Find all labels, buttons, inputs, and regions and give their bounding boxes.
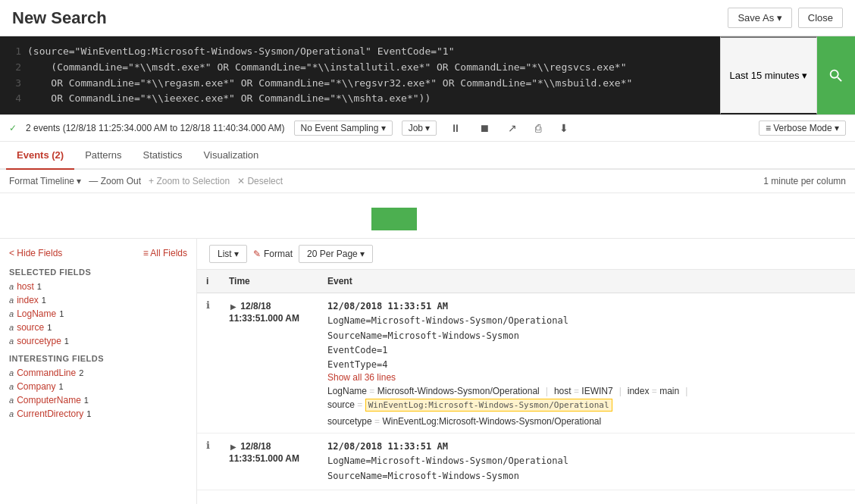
pause-button[interactable]: ⏸ — [446, 120, 465, 136]
field-type-icon: a — [9, 409, 14, 418]
field-type-icon: a — [9, 296, 14, 305]
search-button[interactable] — [817, 36, 855, 114]
format-button[interactable]: ✎ Format — [253, 249, 293, 259]
tab-patterns[interactable]: Patterns — [74, 142, 132, 170]
selected-field-sourcetype[interactable]: asourcetype1 — [0, 334, 196, 348]
stop-button[interactable]: ⏹ — [474, 120, 494, 136]
interesting-field-computername[interactable]: aComputerName1 — [0, 393, 196, 407]
table-row: ℹ ▶ 12/8/1811:33:51.000 AM 12/08/2018 11… — [197, 293, 855, 434]
col-header-time: Time — [220, 270, 318, 293]
sidebar-header: < Hide Fields ≡ All Fields — [0, 245, 196, 261]
search-area: 1(source="WinEventLog:Microsoft-Windows-… — [0, 36, 855, 115]
verbose-mode-button[interactable]: ≡ Verbose Mode ▾ — [759, 121, 846, 136]
format-timeline-button[interactable]: Format Timeline ▾ — [9, 176, 81, 186]
tab-bar: Events (2)PatternsStatisticsVisualizatio… — [0, 142, 855, 170]
query-editor[interactable]: 1(source="WinEventLog:Microsoft-Windows-… — [0, 36, 720, 114]
field-type-icon: a — [9, 282, 14, 291]
field-type-icon: a — [9, 382, 14, 391]
event-info-cell: ℹ — [197, 293, 220, 434]
interesting-field-commandline[interactable]: aCommandLine2 — [0, 366, 196, 380]
highlighted-field-value: WinEventLog:Microsoft-Windows-Sysmon/Ope… — [365, 399, 612, 412]
format-label: Format — [264, 249, 293, 259]
list-view-button[interactable]: List ▾ — [209, 245, 247, 263]
search-icon — [828, 67, 844, 84]
field-value: Microsoft-Windows-Sysmon/Operational — [377, 386, 540, 396]
field-count-badge: 1 — [59, 309, 64, 318]
interesting-fields-title: INTERESTING FIELDS — [0, 348, 196, 366]
close-button[interactable]: Close — [798, 8, 843, 28]
field-type-icon: a — [9, 309, 14, 318]
event-info-cell: ℹ — [197, 434, 220, 490]
event-fields-row2: source = WinEventLog:Microsoft-Windows-S… — [327, 399, 846, 427]
per-column-label: 1 minute per column — [763, 176, 846, 186]
line-number: 2 — [9, 60, 21, 76]
interesting-field-company[interactable]: aCompany1 — [0, 380, 196, 393]
field-name: source — [327, 399, 355, 410]
interesting-fields-list: aCommandLine2aCompany1aComputerName1aCur… — [0, 366, 196, 421]
field-pair: source = WinEventLog:Microsoft-Windows-S… — [327, 399, 612, 410]
tab-events----[interactable]: Events (2) — [6, 142, 74, 170]
sidebar: < Hide Fields ≡ All Fields SELECTED FIEL… — [0, 239, 197, 504]
show-all-lines-link[interactable]: Show all 36 lines — [327, 372, 396, 383]
field-name-label: index — [17, 295, 39, 305]
expand-event-button[interactable]: ▶ — [229, 440, 238, 453]
interesting-field-currentdirectory[interactable]: aCurrentDirectory1 — [0, 407, 196, 421]
field-value: IEWIN7 — [581, 386, 612, 396]
selected-field-source[interactable]: asource1 — [0, 321, 196, 334]
hide-fields-button[interactable]: < Hide Fields — [9, 248, 62, 258]
event-body-cell: 12/08/2018 11:33:51 AMLogName=Microsoft-… — [318, 293, 855, 434]
info-icon: ℹ — [206, 440, 210, 451]
format-icon: ✎ — [253, 249, 261, 259]
field-name-label: host — [17, 281, 34, 292]
field-count-badge: 1 — [58, 382, 63, 391]
page-title: New Search — [12, 8, 107, 28]
event-time-cell: ▶ 12/8/1811:33:51.000 AM — [220, 293, 318, 434]
per-page-button[interactable]: 20 Per Page ▾ — [299, 245, 373, 263]
send-button[interactable]: ↗ — [503, 120, 521, 136]
field-name: sourcetype — [327, 416, 372, 427]
job-button[interactable]: Job ▾ — [402, 121, 437, 136]
event-body-cell: 12/08/2018 11:33:51 AMLogName=Microsoft-… — [318, 434, 855, 490]
field-type-icon: a — [9, 396, 14, 405]
tab-statistics[interactable]: Statistics — [133, 142, 193, 170]
selected-fields-title: SELECTED FIELDS — [0, 261, 196, 280]
results-table: i Time Event ℹ ▶ 12/8/1811:33:51.000 AM … — [197, 270, 855, 490]
timeline-chart — [0, 193, 855, 239]
print-button[interactable]: ⎙ — [531, 120, 546, 136]
selected-field-logname[interactable]: aLogName1 — [0, 307, 196, 321]
line-number: 1 — [9, 44, 21, 60]
download-button[interactable]: ⬇ — [555, 120, 573, 136]
query-line-text: (source="WinEventLog:Microsoft-Windows-S… — [27, 44, 455, 60]
time-picker-button[interactable]: Last 15 minutes ▾ — [720, 36, 817, 114]
results-panel: List ▾ ✎ Format 20 Per Page ▾ i Time Eve… — [197, 239, 855, 504]
main-content: < Hide Fields ≡ All Fields SELECTED FIEL… — [0, 239, 855, 504]
tab-visualization[interactable]: Visualization — [193, 142, 270, 170]
field-name-label: Company — [17, 381, 55, 392]
query-line-text: (CommandLine="*\\msdt.exe*" OR CommandLi… — [27, 60, 627, 76]
zoom-out-button[interactable]: — Zoom Out — [89, 176, 141, 186]
field-name-label: CurrentDirectory — [17, 409, 83, 419]
selected-field-index[interactable]: aindex1 — [0, 293, 196, 307]
query-line-text: OR CommandLine="*\\regasm.exe*" OR Comma… — [27, 76, 632, 92]
expand-event-button[interactable]: ▶ — [229, 299, 238, 313]
field-pair: index = main — [628, 386, 679, 396]
col-header-info: i — [197, 270, 220, 293]
field-name-label: source — [17, 322, 44, 333]
status-check: ✓ — [9, 123, 17, 133]
col-header-event: Event — [318, 270, 855, 293]
sampling-button[interactable]: No Event Sampling ▾ — [294, 121, 393, 136]
table-row: ℹ ▶ 12/8/1811:33:51.000 AM 12/08/2018 11… — [197, 434, 855, 490]
header: New Search Save As ▾ Close — [0, 0, 855, 36]
info-icon: ℹ — [206, 299, 210, 311]
selected-fields-list: ahost1aindex1aLogName1asource1asourcetyp… — [0, 280, 196, 348]
field-count-badge: 1 — [64, 337, 69, 346]
save-as-button[interactable]: Save As ▾ — [728, 8, 791, 28]
field-pair: LogName = Microsoft-Windows-Sysmon/Opera… — [327, 386, 540, 396]
field-type-icon: a — [9, 337, 14, 346]
selected-field-host[interactable]: ahost1 — [0, 280, 196, 293]
all-fields-button[interactable]: ≡ All Fields — [143, 248, 187, 258]
line-number: 4 — [9, 91, 21, 107]
field-name: index — [628, 386, 650, 396]
timeline-bar — [371, 208, 417, 230]
field-count-badge: 1 — [86, 409, 91, 418]
